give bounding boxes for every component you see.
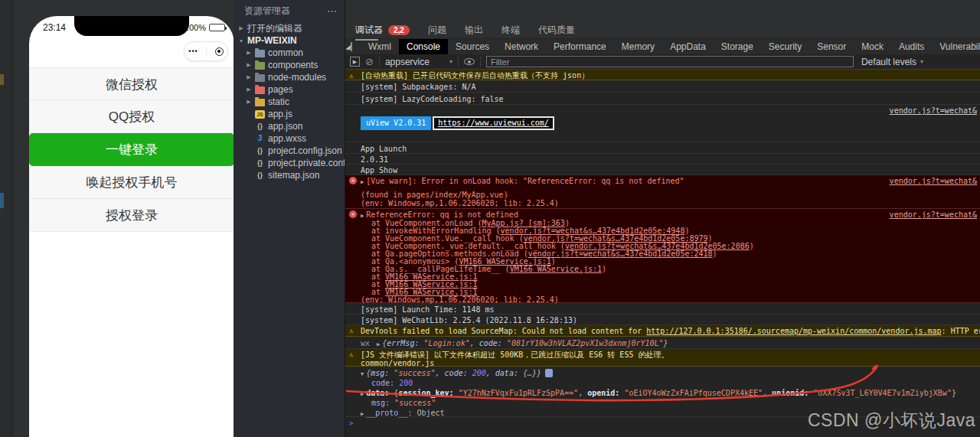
tree-folder-node-modules[interactable]: ▶ node-modules [234, 71, 345, 83]
window-left-rail [0, 0, 13, 437]
prompt-chevron-icon: > [349, 419, 353, 428]
battery-percent: 100% [185, 23, 206, 32]
clear-console-icon[interactable]: ⊘ [365, 57, 374, 67]
source-link[interactable]: vendor.js?t=wechat& [890, 177, 977, 186]
log-app-launch: App Launch [345, 142, 980, 154]
tree-root-mp-weixin[interactable]: ▼ MP-WEIXIN [234, 34, 345, 47]
qq-auth-button[interactable]: QQ授权 [29, 100, 234, 133]
tab-mock[interactable]: Mock [854, 39, 891, 54]
uview-url-link[interactable]: https://www.uviewui.com/ [433, 116, 554, 130]
tree-file-project-config[interactable]: ▶ {} project.config.json [234, 145, 345, 157]
chevron-right-icon[interactable]: ▶ [246, 50, 252, 56]
log-wx-login: wx▶{errMsg: "Login:ok", code: "081rY10w3… [345, 337, 980, 349]
expand-arrow-icon[interactable]: ▶ [377, 341, 380, 347]
tab-sensor[interactable]: Sensor [809, 39, 854, 54]
rail-marker-blue [0, 193, 4, 208]
phone-auth-button[interactable]: 唤起授权手机号 [29, 166, 234, 199]
tab-wxml[interactable]: Wxml [361, 39, 399, 54]
tab-sources[interactable]: Sources [448, 39, 497, 54]
warning-icon: ⚠ [349, 71, 353, 80]
log-vue-warn-error: × vendor.js?t=wechat& ▶[Vue warn]: Error… [345, 175, 980, 209]
chevron-right-icon[interactable]: ▶ [238, 25, 244, 31]
data-property-row: ▶data: {session_key: "Y27hNzFVqxFu1pRLFz… [361, 388, 977, 398]
tree-file-project-private-config[interactable]: ▶ {} project.private.config.js... [234, 157, 345, 169]
tree-file-app-wxss[interactable]: ▶ 3 app.wxss [234, 132, 345, 145]
uview-version-badge: uView V2.0.31 [361, 116, 431, 130]
source-link[interactable]: vendor.js?t=wechat& [890, 210, 977, 220]
active-tab-underline [355, 39, 378, 41]
source-link[interactable]: vendor.js?t=wechat& [890, 106, 977, 116]
error-icon: × [349, 210, 357, 218]
capsule-close-icon[interactable] [215, 47, 224, 56]
rail-marker-olive [0, 74, 4, 85]
tab-console[interactable]: Console [399, 39, 448, 54]
tree-folder-pages[interactable]: ▶ pages [234, 83, 345, 96]
tree-file-sitemap[interactable]: ▶ {} sitemap.json [234, 169, 345, 181]
log-lazy-code-loading: [system] LazyCodeLoading: false [345, 93, 980, 105]
run-command-icon[interactable]: ▶ [350, 57, 360, 67]
log-wechat-lib: [system] WeChatLib: 2.25.4 (2022.11.8 16… [345, 315, 980, 325]
log-sourcemap-warning: ⚠ DevTools failed to load SourceMap: Cou… [345, 325, 980, 337]
one-key-login-button[interactable]: 一键登录 [29, 133, 234, 166]
error-icon: × [349, 177, 357, 184]
tab-output[interactable]: 输出 [465, 24, 483, 37]
wechat-auth-button[interactable]: 微信授权 [29, 67, 234, 100]
object-tag-icon [545, 369, 553, 377]
tab-terminal[interactable]: 终端 [501, 24, 520, 37]
tab-network[interactable]: Network [497, 39, 546, 54]
expand-arrow-icon[interactable]: ▶ [361, 391, 364, 397]
console-log-area: ⚠ [自动热重载] 已开启代码文件保存后自动热重载（不支持 json） [sys… [345, 70, 980, 429]
tree-open-editors[interactable]: ▶ 打开的编辑器 [234, 22, 345, 34]
log-hot-reload-warning: ⚠ [自动热重载] 已开启代码文件保存后自动热重载（不支持 json） [345, 70, 980, 80]
expand-arrow-icon[interactable]: ▶ [361, 213, 364, 219]
log-uview-banner: vendor.js?t=wechat& uView V2.0.31https:/… [345, 105, 980, 142]
explorer-menu-icon[interactable]: ⋯ [327, 5, 337, 17]
status-bar-time: 23:14 [43, 22, 66, 33]
chevron-right-icon[interactable]: ▶ [246, 74, 252, 80]
tab-debugger[interactable]: 调试器 2,2 [355, 24, 410, 37]
expand-arrow-icon[interactable]: ▶ [361, 411, 364, 417]
filter-input[interactable] [486, 56, 854, 67]
live-expression-eye-icon[interactable] [464, 58, 475, 65]
folder-icon [255, 86, 265, 94]
tab-storage[interactable]: Storage [714, 39, 761, 54]
source-link[interactable]: VM166 WAService.js:1 [510, 265, 602, 273]
tab-security[interactable]: Security [761, 39, 809, 54]
warning-icon: ⚠ [349, 327, 353, 335]
log-js-size-warning: ⚠ [JS 文件编译错误] 以下文件体积超过 500KB，已跳过压缩以及 ES6… [345, 349, 980, 367]
phone-simulator: 23:14 100% ••• 微信授权 QQ授权 一键登录 唤起授权手机号 授权… [29, 16, 234, 437]
tab-code-quality[interactable]: 代码质量 [538, 24, 575, 37]
log-levels-selector[interactable]: Default levels ▾ [861, 57, 923, 67]
capsule-more-button[interactable]: ••• [188, 47, 198, 55]
simulator-panel: 23:14 100% ••• 微信授权 QQ授权 一键登录 唤起授权手机号 授权… [13, 0, 234, 437]
tab-problems[interactable]: 问题 [428, 24, 446, 37]
sourcemap-url-link[interactable]: http://127.0.0.1:35186/.sourcemap/mp-wei… [646, 327, 941, 335]
chevron-down-icon[interactable]: ▼ [238, 38, 244, 44]
tree-folder-static[interactable]: ▶ static [234, 96, 345, 108]
tree-file-app-js[interactable]: ▶ JS app.js [234, 108, 345, 120]
inspect-element-icon[interactable] [351, 42, 352, 51]
chevron-right-icon[interactable]: ▶ [246, 86, 252, 93]
collapse-arrow-icon[interactable]: ▼ [361, 371, 364, 377]
expand-arrow-icon[interactable]: ▶ [361, 179, 364, 185]
auth-login-button[interactable]: 授权登录 [29, 199, 234, 232]
tree-folder-common[interactable]: ▶ common [234, 47, 345, 59]
warning-icon: ⚠ [349, 351, 353, 359]
tab-audits[interactable]: Audits [891, 39, 932, 54]
chevron-right-icon[interactable]: ▶ [246, 62, 252, 68]
divider [480, 57, 481, 67]
tab-appdata[interactable]: AppData [662, 39, 714, 54]
tab-memory[interactable]: Memory [614, 39, 662, 54]
tree-folder-components[interactable]: ▶ components [234, 59, 345, 71]
tab-performance[interactable]: Performance [546, 39, 614, 54]
json-file-icon: {} [255, 122, 265, 130]
context-selector[interactable]: appservice ▾ [385, 57, 452, 67]
log-launch-time: [system] Launch Time: 1148 ms [345, 303, 980, 315]
divider [379, 57, 380, 67]
battery-icon [209, 24, 225, 31]
chevron-right-icon[interactable]: ▶ [246, 99, 252, 105]
tree-file-app-json[interactable]: ▶ {} app.json [234, 120, 345, 132]
divider [458, 57, 459, 67]
tab-vulnerability[interactable]: Vulnerability [932, 39, 980, 54]
folder-icon [255, 74, 265, 82]
